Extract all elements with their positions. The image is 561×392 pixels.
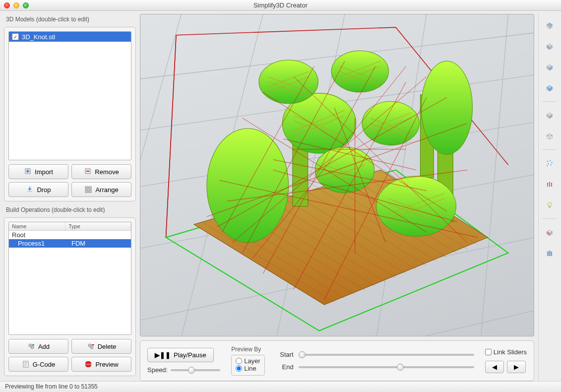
speed-slider[interactable] <box>171 369 220 371</box>
solid-view-button[interactable] <box>540 106 559 125</box>
delete-button[interactable]: Delete <box>71 339 131 354</box>
view-iso-button[interactable] <box>540 78 559 97</box>
cross-section-icon <box>546 228 554 236</box>
list-item-label: 3D_Knot.stl <box>22 33 55 41</box>
add-button[interactable]: Add <box>8 339 68 354</box>
points-icon <box>546 159 554 167</box>
svg-point-119 <box>548 163 549 164</box>
svg-rect-2 <box>27 191 32 192</box>
cube-top-icon <box>546 21 554 29</box>
svg-point-53 <box>376 176 456 236</box>
import-button[interactable]: Import <box>8 164 68 179</box>
table-row[interactable]: Root <box>9 231 131 239</box>
models-panel-label: 3D Models (double-click to edit) <box>6 16 135 23</box>
models-list[interactable]: ✓ 3D_Knot.stl <box>8 31 131 160</box>
link-sliders-checkbox[interactable]: Link Sliders <box>485 348 527 356</box>
cube-front-icon <box>546 42 554 50</box>
drop-icon <box>26 186 34 194</box>
remove-icon <box>84 168 92 176</box>
build-panel-label: Build Operations (double-click to edit) <box>6 206 135 213</box>
start-slider[interactable] <box>299 354 474 356</box>
stop-icon: STOP <box>84 360 92 368</box>
checkbox-icon[interactable]: ✓ <box>12 33 19 40</box>
view-front-button[interactable] <box>540 37 559 56</box>
svg-line-25 <box>166 35 176 238</box>
window-title: Simplify3D Creator <box>0 1 561 9</box>
svg-rect-3 <box>85 187 88 189</box>
view-side-button[interactable] <box>540 58 559 76</box>
svg-point-116 <box>547 161 548 162</box>
svg-point-117 <box>550 160 551 161</box>
svg-point-49 <box>259 60 318 104</box>
svg-rect-129 <box>551 252 552 256</box>
titlebar: Simplify3D Creator <box>0 0 561 11</box>
svg-point-10 <box>90 346 93 349</box>
svg-point-8 <box>31 346 34 349</box>
drop-button[interactable]: Drop <box>8 182 68 197</box>
line-radio[interactable]: Line <box>236 365 260 372</box>
preview-button[interactable]: STOP Preview <box>71 357 131 372</box>
svg-rect-128 <box>549 251 550 256</box>
chevron-right-icon: ▶ <box>514 363 519 371</box>
play-pause-button[interactable]: ▶❚❚ Play/Pause <box>147 348 214 362</box>
svg-rect-6 <box>89 190 91 193</box>
svg-point-122 <box>548 202 552 206</box>
svg-rect-4 <box>89 187 91 189</box>
table-row[interactable]: Process1 FDM <box>9 239 131 248</box>
svg-rect-127 <box>547 252 548 256</box>
gcode-button[interactable]: G-Code <box>8 357 68 372</box>
arrange-icon <box>84 186 92 194</box>
lightbulb-icon <box>546 201 554 209</box>
table-header: Name Type <box>9 222 131 231</box>
solid-cube-icon <box>546 111 554 119</box>
svg-line-24 <box>478 14 508 336</box>
cube-iso-icon <box>546 84 554 92</box>
cross-section-button[interactable] <box>540 223 559 242</box>
step-back-button[interactable]: ◀ <box>485 361 504 373</box>
svg-line-19 <box>140 305 534 336</box>
svg-rect-123 <box>549 206 550 208</box>
svg-text:STOP: STOP <box>86 363 91 366</box>
add-icon <box>27 342 35 350</box>
normals-button[interactable] <box>540 175 559 194</box>
layer-radio[interactable]: Layer <box>236 357 260 365</box>
preview-by-label: Preview By <box>231 346 265 353</box>
lighting-button[interactable] <box>540 196 559 214</box>
svg-point-121 <box>547 165 548 166</box>
import-icon <box>24 168 32 176</box>
points-view-button[interactable] <box>540 154 559 173</box>
supports-icon <box>546 249 554 257</box>
end-slider[interactable] <box>299 366 474 368</box>
svg-point-54 <box>421 61 472 154</box>
view-top-button[interactable] <box>540 16 559 35</box>
status-bar: Previewing file from line 0 to 51355 <box>0 381 561 392</box>
svg-point-120 <box>550 164 551 165</box>
list-item[interactable]: ✓ 3D_Knot.stl <box>9 32 131 42</box>
3d-viewport[interactable] <box>140 14 534 336</box>
preview-controls: ▶❚❚ Play/Pause Speed: Preview By Layer <box>140 340 534 381</box>
normals-icon <box>546 180 554 188</box>
wireframe-cube-icon <box>546 132 554 140</box>
view-toolbar <box>538 14 560 381</box>
column-header-name[interactable]: Name <box>9 222 65 230</box>
svg-point-47 <box>207 129 289 243</box>
svg-rect-5 <box>85 190 88 193</box>
delete-icon <box>87 342 95 350</box>
wireframe-view-button[interactable] <box>540 127 559 145</box>
arrange-button[interactable]: Arrange <box>71 182 131 197</box>
start-label: Start <box>276 351 294 358</box>
cube-side-icon <box>546 63 554 71</box>
gcode-icon <box>22 360 30 368</box>
play-pause-icon: ▶❚❚ <box>155 351 171 359</box>
chevron-left-icon: ◀ <box>492 363 497 371</box>
remove-button[interactable]: Remove <box>71 164 131 179</box>
end-label: End <box>276 363 294 371</box>
supports-button[interactable] <box>540 244 559 262</box>
build-operations-tree[interactable]: Name Type Root Process1 FDM <box>8 222 131 335</box>
column-header-type[interactable]: Type <box>65 222 131 230</box>
status-text: Previewing file from line 0 to 51355 <box>5 383 98 390</box>
step-forward-button[interactable]: ▶ <box>507 361 526 373</box>
svg-point-118 <box>551 162 552 163</box>
speed-label: Speed: <box>147 366 168 374</box>
